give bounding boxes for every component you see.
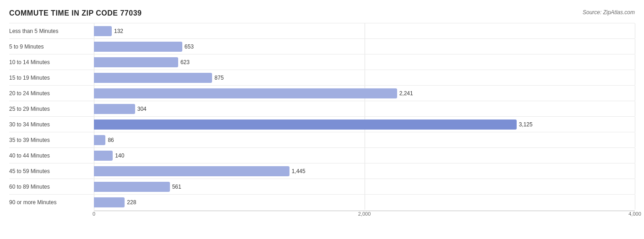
bar-row: 30 to 34 Minutes3,125	[9, 116, 635, 132]
bar-area: 3,125	[94, 117, 635, 132]
bar-value-label: 140	[115, 152, 124, 159]
bar-value-label: 2,241	[399, 90, 413, 97]
bar-area: 561	[94, 179, 635, 194]
bar-fill: 140	[94, 151, 113, 161]
bar-label: 90 or more Minutes	[9, 199, 94, 206]
bar-area: 304	[94, 101, 635, 116]
bar-label: 45 to 59 Minutes	[9, 168, 94, 174]
bar-fill: 86	[94, 135, 105, 145]
bar-area: 2,241	[94, 86, 635, 101]
bar-value-label: 228	[127, 199, 136, 206]
bar-fill: 1,445	[94, 166, 289, 176]
bar-row: 60 to 89 Minutes561	[9, 179, 635, 194]
chart-body: Less than 5 Minutes1325 to 9 Minutes6531…	[9, 23, 635, 210]
bar-row: 10 to 14 Minutes623	[9, 54, 635, 70]
bar-area: 623	[94, 54, 635, 70]
bar-area: 132	[94, 23, 635, 38]
bar-value-label: 3,125	[519, 121, 533, 128]
bar-fill: 132	[94, 26, 112, 36]
bar-row: 40 to 44 Minutes140	[9, 147, 635, 163]
bar-label: 10 to 14 Minutes	[9, 59, 94, 65]
x-axis: 0 2,000 4,000	[94, 211, 635, 219]
bar-area: 228	[94, 195, 635, 210]
bar-row: 20 to 24 Minutes2,241	[9, 85, 635, 101]
bar-area: 875	[94, 70, 635, 85]
bar-row: 15 to 19 Minutes875	[9, 70, 635, 85]
bar-value-label: 561	[172, 184, 181, 190]
bar-value-label: 653	[185, 43, 194, 50]
bar-fill: 304	[94, 104, 135, 114]
bar-fill: 228	[94, 197, 125, 207]
bar-row: 45 to 59 Minutes1,445	[9, 163, 635, 179]
chart-source: Source: ZipAtlas.com	[583, 9, 635, 16]
bar-area: 1,445	[94, 163, 635, 179]
bar-row: 5 to 9 Minutes653	[9, 38, 635, 54]
chart-title: COMMUTE TIME IN ZIP CODE 77039	[9, 9, 142, 17]
bar-label: 15 to 19 Minutes	[9, 75, 94, 81]
bar-area: 140	[94, 148, 635, 163]
bar-label: 40 to 44 Minutes	[9, 152, 94, 159]
chart-container: COMMUTE TIME IN ZIP CODE 77039 Source: Z…	[0, 0, 644, 239]
bar-fill: 623	[94, 57, 178, 67]
bar-row: 35 to 39 Minutes86	[9, 132, 635, 147]
bar-value-label: 132	[114, 28, 123, 34]
bar-value-label: 304	[137, 106, 147, 112]
bar-label: 25 to 29 Minutes	[9, 106, 94, 112]
bar-area: 653	[94, 39, 635, 54]
bar-row: Less than 5 Minutes132	[9, 23, 635, 38]
axis-label-4000: 4,000	[628, 211, 641, 217]
bar-label: 35 to 39 Minutes	[9, 137, 94, 143]
bar-label: 30 to 34 Minutes	[9, 121, 94, 128]
bar-label: Less than 5 Minutes	[9, 28, 94, 34]
bar-area: 86	[94, 132, 635, 147]
bar-label: 60 to 89 Minutes	[9, 184, 94, 190]
axis-label-0: 0	[93, 211, 95, 217]
bar-fill: 2,241	[94, 88, 397, 98]
bar-fill: 875	[94, 73, 212, 83]
bar-value-label: 623	[180, 59, 190, 65]
bar-label: 20 to 24 Minutes	[9, 90, 94, 97]
chart-header: COMMUTE TIME IN ZIP CODE 77039 Source: Z…	[9, 9, 635, 17]
bar-row: 90 or more Minutes228	[9, 194, 635, 210]
bar-value-label: 875	[214, 75, 224, 81]
bar-fill: 3,125	[94, 120, 517, 130]
axis-label-2000: 2,000	[358, 211, 371, 217]
bar-row: 25 to 29 Minutes304	[9, 101, 635, 116]
bar-fill: 653	[94, 42, 182, 52]
bar-label: 5 to 9 Minutes	[9, 43, 94, 50]
bar-fill: 561	[94, 182, 170, 192]
bar-value-label: 86	[108, 137, 114, 143]
bar-value-label: 1,445	[292, 168, 306, 174]
